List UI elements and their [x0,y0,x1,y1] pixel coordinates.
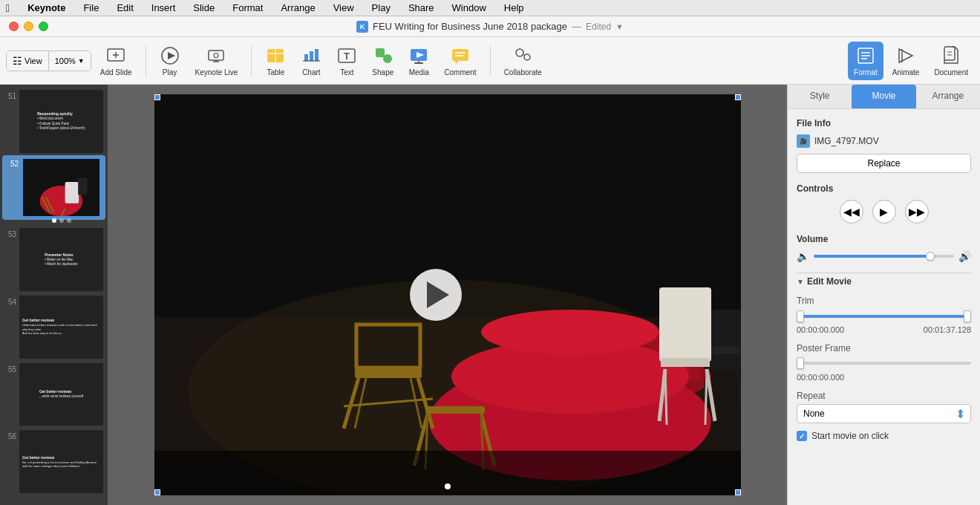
table-icon [265,45,286,66]
comment-button[interactable]: Comment [438,42,482,80]
fast-forward-button[interactable]: ▶▶ [905,200,929,224]
svg-rect-13 [310,51,313,61]
play-label: Play [163,68,177,76]
volume-thumb[interactable] [926,252,935,261]
play-video-button[interactable] [410,269,462,321]
checkmark-icon: ✓ [799,432,805,440]
start-movie-checkbox[interactable]: ✓ [797,431,807,441]
slide-item-52[interactable]: 52 [2,155,105,220]
slide-number-51: 51 [4,92,16,100]
menu-help[interactable]: Help [501,2,527,13]
media-button[interactable]: Media [402,42,435,80]
menu-slide[interactable]: Slide [190,2,218,13]
menu-insert[interactable]: Insert [148,2,179,13]
app-name[interactable]: Keynote [24,2,68,13]
maximize-button[interactable] [39,22,48,31]
chart-button[interactable]: Chart [295,42,327,80]
slide-thumb-52 [22,157,101,218]
play-triangle-icon [427,281,449,308]
rewind-button[interactable]: ◀◀ [840,200,863,224]
table-button[interactable]: Table [259,42,292,80]
repeat-label: Repeat [797,391,971,401]
play-button[interactable]: Play [154,42,186,80]
replace-button[interactable]: Replace [797,154,971,173]
slide-number-52: 52 [7,160,19,168]
resize-handle-tl[interactable] [154,94,160,100]
menu-edit[interactable]: Edit [114,2,136,13]
slide-item-56[interactable]: 56 Get better reviews No, not pretending… [0,428,108,495]
apple-menu-icon[interactable]:  [6,2,10,14]
volume-slider-container[interactable] [814,255,954,258]
resize-handle-tr[interactable] [735,94,741,100]
add-slide-label: Add Slide [100,68,132,76]
volume-high-icon: 🔊 [958,250,971,262]
menu-window[interactable]: Window [449,2,489,13]
collaborate-button[interactable]: Collaborate [498,42,548,80]
document-title: FEU Writing for Business June 2018 packa… [373,21,567,32]
trim-handle-left[interactable] [797,310,804,322]
trim-start-time: 00:00:00.000 [797,325,844,334]
svg-line-63 [665,369,667,425]
edit-status: Edited [586,22,611,32]
svg-rect-24 [452,49,468,61]
volume-low-icon: 🔈 [797,250,809,262]
slide-canvas [154,94,741,495]
text-button[interactable]: T Text [330,42,363,80]
canvas-area[interactable] [108,85,787,505]
titlebar: K FEU Writing for Business June 2018 pac… [0,16,980,37]
shape-icon [373,45,393,66]
view-button[interactable]: ☷ View [7,51,49,71]
menu-play[interactable]: Play [369,2,393,13]
slide-item-54[interactable]: 54 Get better reviews Understand what re… [0,293,108,361]
tab-movie[interactable]: Movie [852,85,915,108]
animate-button[interactable]: Animate [886,42,926,80]
dropdown-arrow-icon[interactable]: ▼ [615,22,624,31]
play-pause-button[interactable]: ▶ [872,200,896,224]
resize-handle-br[interactable] [735,489,741,495]
volume-section: Volume 🔈 🔊 [797,234,971,262]
svg-text:T: T [344,50,350,62]
minimize-button[interactable] [24,22,33,31]
slide-item-51[interactable]: 51 Responding quickly • Word document • … [0,88,108,155]
format-button[interactable]: Format [848,42,883,80]
start-movie-row: ✓ Start movie on click [797,431,971,441]
poster-slider[interactable] [797,356,971,371]
menu-share[interactable]: Share [405,2,437,13]
menu-format[interactable]: Format [229,2,266,13]
menu-view[interactable]: View [330,2,357,13]
trim-label: Trim [797,296,971,306]
document-button[interactable]: Document [928,42,974,80]
zoom-button[interactable]: 100% ▼ [49,51,91,71]
sep2 [251,46,252,76]
main-content: 51 Responding quickly • Word document • … [0,85,980,505]
file-info-row: 🎥 IMG_4797.MOV [797,134,971,148]
trim-handle-right[interactable] [964,310,971,322]
svg-marker-4 [168,52,175,59]
resize-handle-bl[interactable] [154,489,160,495]
trim-slider[interactable] [797,309,971,324]
menu-arrange[interactable]: Arrange [278,2,318,13]
repeat-select[interactable]: None Loop Loop Back and Forth [797,404,971,423]
tab-arrange[interactable]: Arrange [916,85,980,108]
close-button[interactable] [9,22,19,31]
slide-thumb-51: Responding quickly • Word document • Out… [19,90,103,153]
trim-section: Trim 00:00:00.000 00:01:37.128 [797,296,971,334]
media-icon [408,45,429,66]
poster-handle[interactable] [797,357,804,369]
svg-point-29 [524,54,530,60]
tab-style[interactable]: Style [788,85,852,108]
collapse-icon[interactable]: ▼ [797,278,804,286]
shape-button[interactable]: Shape [366,42,399,80]
svg-marker-25 [455,61,459,64]
dot-1 [445,483,451,489]
poster-label: Poster Frame [797,343,971,354]
text-icon: T [336,45,357,66]
menu-file[interactable]: File [80,2,102,13]
slide-number-55: 55 [4,365,16,374]
keynote-live-button[interactable]: Keynote Live [189,42,244,80]
svg-rect-37 [944,47,955,60]
add-slide-button[interactable]: Add Slide [94,42,138,80]
slide-item-55[interactable]: 55 Get better reviews ...write some revi… [0,361,108,429]
file-type-icon: 🎥 [797,134,810,148]
slide-item-53[interactable]: 53 Presenter Notes • Better on the Mac •… [0,226,108,293]
